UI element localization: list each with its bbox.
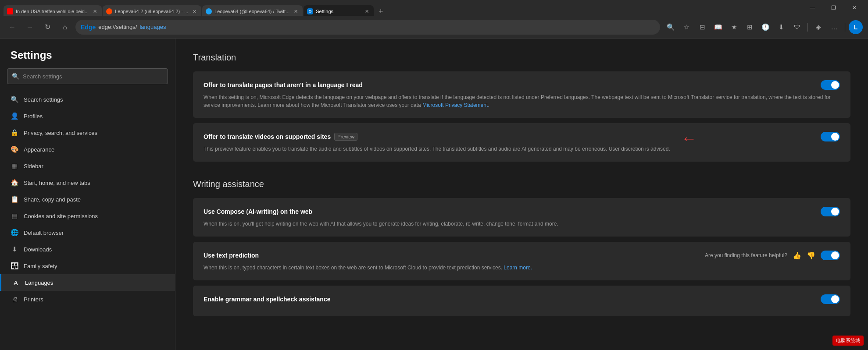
compose-toggle[interactable] bbox=[821, 207, 840, 216]
tab-close-button[interactable]: ✕ bbox=[91, 8, 98, 15]
tab-close-button[interactable]: ✕ bbox=[191, 8, 198, 15]
profile-button[interactable]: L bbox=[849, 20, 863, 34]
history-icon[interactable]: 🕐 bbox=[758, 20, 772, 34]
nav-label-search-settings: Search settings bbox=[24, 96, 63, 103]
translation-section: Translation Offer to translate pages tha… bbox=[193, 53, 850, 162]
new-tab-button[interactable]: + bbox=[375, 5, 387, 16]
nav-icon-start-home: 🏠 bbox=[11, 179, 18, 187]
learn-more-link[interactable]: Learn more. bbox=[504, 265, 532, 271]
nav-label-share-copy: Share, copy and paste bbox=[24, 196, 81, 203]
window-controls: — ❐ ✕ bbox=[802, 0, 864, 16]
preview-badge: Preview bbox=[334, 133, 357, 141]
favorites-icon[interactable]: ★ bbox=[727, 20, 741, 34]
search-box[interactable]: 🔍 bbox=[7, 68, 168, 84]
tab-tab4[interactable]: ⚙Settings✕ bbox=[304, 5, 374, 16]
sidebar-item-sidebar[interactable]: ▦Sidebar bbox=[0, 158, 175, 174]
tab-label: Leopeva64 (@Leopeva64) / Twitt... bbox=[214, 9, 289, 14]
compose-title: Use Compose (AI-writing) on the web bbox=[204, 208, 312, 215]
nav-icon-search-settings: 🔍 bbox=[11, 95, 18, 103]
refresh-button[interactable]: ↻ bbox=[40, 20, 54, 34]
downloads-icon[interactable]: ⬇ bbox=[774, 20, 788, 34]
sidebar-item-appearance[interactable]: 🎨Appearance bbox=[0, 141, 175, 158]
copilot-icon[interactable]: ◈ bbox=[811, 20, 825, 34]
text-prediction-desc: When this is on, typed characters in cer… bbox=[204, 264, 840, 272]
tab-favicon: ⚙ bbox=[307, 8, 313, 14]
restore-button[interactable]: ❐ bbox=[823, 0, 843, 16]
card-header: Use text prediction Are you finding this… bbox=[204, 251, 840, 260]
tab-close-button[interactable]: ✕ bbox=[363, 8, 370, 15]
browser-essentials-icon[interactable]: 🛡 bbox=[790, 20, 804, 34]
tab-close-button[interactable]: ✕ bbox=[292, 8, 299, 15]
settings-sidebar: Settings 🔍 🔍Search settings👤Profiles🔒Pri… bbox=[0, 39, 175, 350]
split-screen-icon[interactable]: ⊟ bbox=[695, 20, 709, 34]
settings-content: Translation Offer to translate pages tha… bbox=[175, 39, 868, 350]
compose-card: Use Compose (AI-writing) on the web When… bbox=[193, 198, 850, 237]
more-tools-icon[interactable]: … bbox=[827, 20, 841, 34]
toolbar-icons: 🔍 ☆ ⊟ 📖 ★ ⊞ 🕐 ⬇ 🛡 ◈ … L bbox=[664, 20, 863, 34]
text-prediction-toggle[interactable] bbox=[821, 251, 840, 260]
tab-tab1[interactable]: In den USA treffen wohl die beid...✕ bbox=[4, 5, 102, 16]
sidebar-item-privacy[interactable]: 🔒Privacy, search, and services bbox=[0, 124, 175, 141]
nav-label-cookies: Cookies and site permissions bbox=[24, 213, 98, 219]
translate-videos-title-row: Offer to translate videos on supported s… bbox=[204, 133, 357, 141]
translate-videos-desc: This preview feature enables you to tran… bbox=[204, 145, 840, 153]
grammar-title: Enable grammar and spellcheck assistance bbox=[204, 296, 330, 303]
search-input[interactable] bbox=[23, 73, 163, 80]
home-button[interactable]: ⌂ bbox=[58, 20, 72, 34]
privacy-statement-link[interactable]: Microsoft Privacy Statement bbox=[422, 102, 488, 108]
toolbar-divider2 bbox=[845, 23, 845, 32]
sidebar-item-languages[interactable]: ALanguages bbox=[0, 274, 175, 291]
watermark: 电脑系统城 bbox=[832, 336, 864, 346]
edge-logo: Edge bbox=[81, 24, 96, 31]
nav-label-appearance: Appearance bbox=[24, 146, 54, 153]
nav-icon-default-browser: 🌐 bbox=[11, 229, 18, 237]
translate-pages-toggle[interactable] bbox=[821, 80, 840, 90]
nav-icon-cookies: ▤ bbox=[11, 212, 18, 220]
tab-favicon bbox=[7, 8, 13, 14]
card-header: Enable grammar and spellcheck assistance bbox=[204, 294, 840, 304]
minimize-button[interactable]: — bbox=[802, 0, 822, 16]
grammar-toggle[interactable] bbox=[821, 294, 840, 304]
tab-label: Leopeva64-2 (u/Leopeva64-2) - ... bbox=[115, 9, 188, 14]
sidebar-item-family-safety[interactable]: 👪Family safety bbox=[0, 258, 175, 274]
forward-button[interactable]: → bbox=[23, 20, 37, 34]
sidebar-item-share-copy[interactable]: 📋Share, copy and paste bbox=[0, 191, 175, 208]
sidebar-item-profiles[interactable]: 👤Profiles bbox=[0, 108, 175, 124]
sidebar-item-printers[interactable]: 🖨Printers bbox=[0, 291, 175, 308]
search-icon: 🔍 bbox=[12, 73, 19, 80]
search-icon[interactable]: 🔍 bbox=[664, 20, 678, 34]
arrow-indicator: ← bbox=[681, 129, 697, 148]
settings-title: Settings bbox=[0, 39, 175, 68]
feedback-question: Are you finding this feature helpful? bbox=[705, 252, 787, 258]
nav-label-sidebar: Sidebar bbox=[24, 163, 43, 170]
writing-section-title: Writing assistance bbox=[193, 179, 850, 189]
address-highlight: languages bbox=[139, 24, 166, 30]
immersive-reader-icon[interactable]: 📖 bbox=[711, 20, 725, 34]
nav-icon-share-copy: 📋 bbox=[11, 195, 18, 203]
text-prediction-card: Use text prediction Are you finding this… bbox=[193, 242, 850, 280]
writing-assistance-section: Writing assistance Use Compose (AI-writi… bbox=[193, 179, 850, 316]
sidebar-item-start-home[interactable]: 🏠Start, home, and new tabs bbox=[0, 174, 175, 191]
collections-icon[interactable]: ⊞ bbox=[743, 20, 757, 34]
tab-tab3[interactable]: Leopeva64 (@Leopeva64) / Twitt...✕ bbox=[202, 5, 303, 16]
tab-favicon bbox=[206, 8, 212, 14]
favorite-icon[interactable]: ☆ bbox=[679, 20, 693, 34]
grammar-card: Enable grammar and spellcheck assistance bbox=[193, 286, 850, 316]
sidebar-item-default-browser[interactable]: 🌐Default browser bbox=[0, 224, 175, 241]
thumbs-down-button[interactable]: 👎 bbox=[807, 251, 815, 260]
sidebar-item-search-settings[interactable]: 🔍Search settings bbox=[0, 91, 175, 108]
translate-videos-title: Offer to translate videos on supported s… bbox=[204, 133, 331, 140]
sidebar-item-downloads[interactable]: ⬇Downloads bbox=[0, 241, 175, 258]
close-button[interactable]: ✕ bbox=[844, 0, 864, 16]
tab-tab2[interactable]: Leopeva64-2 (u/Leopeva64-2) - ...✕ bbox=[103, 5, 201, 16]
translate-videos-toggle[interactable] bbox=[821, 132, 840, 141]
address-bar[interactable]: Edge edge://settings/languages bbox=[75, 20, 660, 35]
text-prediction-title: Use text prediction bbox=[204, 252, 259, 259]
back-button[interactable]: ← bbox=[5, 20, 19, 34]
thumbs-up-button[interactable]: 👍 bbox=[793, 251, 801, 260]
nav-icon-languages: A bbox=[12, 279, 20, 286]
titlebar: In den USA treffen wohl die beid...✕Leop… bbox=[0, 0, 868, 16]
sidebar-item-cookies[interactable]: ▤Cookies and site permissions bbox=[0, 208, 175, 224]
translate-pages-desc: When this setting is on, Microsoft Edge … bbox=[204, 93, 840, 109]
translate-videos-card: Offer to translate videos on supported s… bbox=[193, 123, 850, 162]
